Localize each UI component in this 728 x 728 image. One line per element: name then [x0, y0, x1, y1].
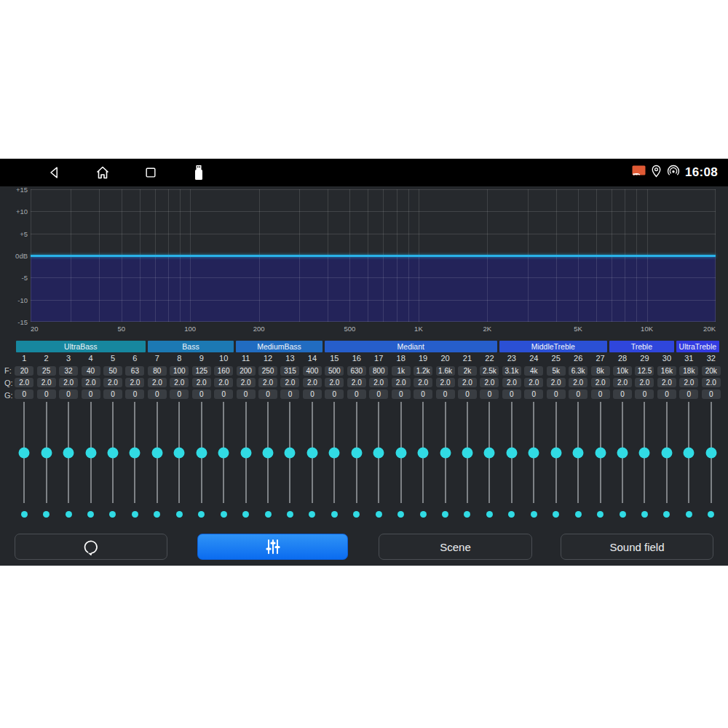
freq-value-box[interactable]: 8k [591, 366, 610, 376]
gain-value-box[interactable]: 0 [303, 389, 322, 399]
gain-slider[interactable] [124, 402, 146, 503]
q-value-box[interactable]: 2.0 [170, 378, 189, 387]
slider-thumb[interactable] [19, 447, 30, 458]
q-value-box[interactable]: 2.0 [392, 378, 411, 387]
gain-value-box[interactable]: 0 [258, 389, 277, 399]
channel-indicator-dot[interactable] [464, 511, 470, 518]
q-value-box[interactable]: 2.0 [37, 378, 56, 387]
gain-slider[interactable] [279, 402, 301, 503]
gain-value-box[interactable]: 0 [192, 389, 211, 399]
slider-thumb[interactable] [440, 447, 451, 458]
freq-value-box[interactable]: 80 [148, 366, 167, 376]
gain-slider[interactable] [301, 402, 323, 503]
freq-value-box[interactable]: 12.5 [635, 366, 654, 376]
q-value-box[interactable]: 2.0 [15, 378, 33, 387]
slider-thumb[interactable] [130, 447, 141, 458]
freq-value-box[interactable]: 100 [170, 366, 189, 376]
slider-thumb[interactable] [617, 447, 628, 458]
usb-drive-icon[interactable] [189, 163, 208, 182]
q-value-box[interactable]: 2.0 [237, 378, 256, 387]
q-value-box[interactable]: 2.0 [258, 378, 277, 387]
q-value-box[interactable]: 2.0 [414, 378, 432, 387]
gain-value-box[interactable]: 0 [148, 389, 167, 399]
freq-value-box[interactable]: 2.5k [480, 366, 499, 376]
slider-thumb[interactable] [240, 447, 251, 458]
channel-indicator-dot[interactable] [686, 511, 692, 518]
freq-value-box[interactable]: 3.1k [502, 366, 521, 376]
gain-value-box[interactable]: 0 [347, 389, 366, 399]
freq-value-box[interactable]: 630 [347, 366, 366, 376]
gain-slider[interactable] [389, 402, 411, 503]
slider-thumb[interactable] [484, 447, 495, 458]
channel-indicator-dot[interactable] [43, 511, 50, 518]
gain-slider[interactable] [234, 402, 256, 503]
q-value-box[interactable]: 2.0 [280, 378, 299, 387]
slider-thumb[interactable] [107, 447, 118, 458]
gain-slider[interactable] [58, 402, 79, 503]
freq-value-box[interactable]: 20 [15, 366, 33, 376]
gain-value-box[interactable]: 0 [502, 389, 521, 399]
channel-indicator-dot[interactable] [287, 511, 293, 518]
q-value-box[interactable]: 2.0 [325, 378, 344, 387]
freq-value-box[interactable]: 800 [369, 366, 388, 376]
channel-indicator-dot[interactable] [486, 511, 493, 518]
gain-slider[interactable] [700, 402, 722, 503]
q-value-box[interactable]: 2.0 [214, 378, 233, 387]
band-group-ultrabass[interactable]: UltraBass [16, 341, 146, 352]
channel-indicator-dot[interactable] [663, 511, 670, 518]
gain-slider[interactable] [523, 402, 545, 503]
slider-thumb[interactable] [684, 447, 695, 458]
channel-indicator-dot[interactable] [66, 511, 72, 518]
gain-value-box[interactable]: 0 [657, 389, 676, 399]
freq-value-box[interactable]: 250 [258, 366, 277, 376]
band-group-middletreble[interactable]: MiddleTreble [499, 341, 607, 352]
slider-thumb[interactable] [329, 447, 340, 458]
gain-value-box[interactable]: 0 [392, 389, 411, 399]
slider-thumb[interactable] [661, 447, 672, 458]
home-icon[interactable] [93, 163, 112, 182]
channel-indicator-dot[interactable] [309, 511, 315, 518]
q-value-box[interactable]: 2.0 [591, 378, 610, 387]
gain-slider[interactable] [412, 402, 434, 503]
channel-indicator-dot[interactable] [221, 511, 227, 518]
gain-value-box[interactable]: 0 [414, 389, 432, 399]
band-group-bass[interactable]: Bass [148, 341, 234, 352]
gain-slider[interactable] [102, 402, 124, 503]
q-value-box[interactable]: 2.0 [657, 378, 676, 387]
gain-value-box[interactable]: 0 [37, 389, 56, 399]
channel-indicator-dot[interactable] [531, 511, 537, 518]
band-group-mediant[interactable]: Mediant [325, 341, 497, 352]
q-value-box[interactable]: 2.0 [569, 378, 587, 387]
slider-thumb[interactable] [174, 447, 185, 458]
recents-icon[interactable] [141, 163, 160, 182]
channel-indicator-dot[interactable] [575, 511, 582, 518]
q-value-box[interactable]: 2.0 [502, 378, 521, 387]
freq-value-box[interactable]: 160 [214, 366, 233, 376]
channel-indicator-dot[interactable] [176, 511, 183, 518]
gain-slider[interactable] [257, 402, 279, 503]
gain-slider[interactable] [323, 402, 345, 503]
band-group-ultratreble[interactable]: UltraTreble [676, 341, 719, 352]
channel-indicator-dot[interactable] [154, 511, 160, 518]
gain-value-box[interactable]: 0 [125, 389, 144, 399]
channel-indicator-dot[interactable] [109, 511, 116, 518]
gain-value-box[interactable]: 0 [280, 389, 299, 399]
q-value-box[interactable]: 2.0 [436, 378, 455, 387]
channel-indicator-dot[interactable] [376, 511, 382, 518]
q-value-box[interactable]: 2.0 [679, 378, 698, 387]
slider-thumb[interactable] [395, 447, 406, 458]
slider-thumb[interactable] [218, 447, 229, 458]
freq-value-box[interactable]: 2k [458, 366, 477, 376]
freq-value-box[interactable]: 16k [657, 366, 676, 376]
q-value-box[interactable]: 2.0 [480, 378, 499, 387]
q-value-box[interactable]: 2.0 [702, 378, 721, 387]
slider-thumb[interactable] [506, 447, 517, 458]
freq-value-box[interactable]: 63 [125, 366, 144, 376]
freq-value-box[interactable]: 1.6k [436, 366, 455, 376]
q-value-box[interactable]: 2.0 [192, 378, 211, 387]
slider-thumb[interactable] [639, 447, 650, 458]
gain-value-box[interactable]: 0 [325, 389, 344, 399]
gain-value-box[interactable]: 0 [170, 389, 189, 399]
q-value-box[interactable]: 2.0 [458, 378, 477, 387]
q-value-box[interactable]: 2.0 [635, 378, 654, 387]
